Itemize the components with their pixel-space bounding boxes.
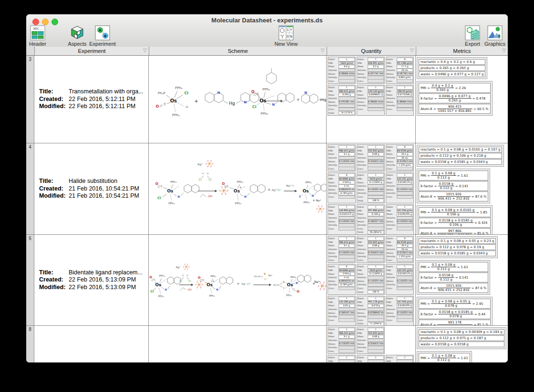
- yield-field[interactable]: 100 %: [368, 290, 384, 294]
- conc-field[interactable]: [368, 108, 384, 111]
- quantity-form[interactable]: Equiv:1MW:167.954 g/molMass:0.0185295 gV…: [386, 296, 414, 325]
- mass-label: Mass:: [358, 244, 368, 247]
- quantity-form[interactable]: Equiv:1MW:1016 g/molMass:0.112092 gVolum…: [357, 264, 385, 295]
- experiment-cell[interactable]: Title:Halide substitutionCreated:21 Feb …: [34, 143, 149, 234]
- conc-field[interactable]: [339, 349, 355, 353]
- conc-field[interactable]: [368, 258, 384, 262]
- metric-formula-line: Atom-E =1015.926906.415 + 252.832= 87.6 …: [419, 283, 488, 293]
- quantity-form[interactable]: Equiv:1MW:Mass:Volume:Moles:Density:Conc…: [328, 355, 356, 362]
- conc-field[interactable]: [397, 287, 413, 291]
- quantity-form[interactable]: Equiv:1MW:1016 g/molMass:0.112092 gVolum…: [357, 172, 385, 203]
- experiment-cell[interactable]: [34, 326, 149, 362]
- quantity-form[interactable]: Equiv:1MW:149.894 g/molMass:0.0165372 gV…: [328, 204, 356, 234]
- new-view-button[interactable]: 1 Y 0 N New View: [271, 25, 301, 47]
- filter-triangle-icon[interactable]: ▽: [502, 48, 506, 53]
- quantity-form[interactable]: Equiv:1MW:Mass:Volume:Moles:Density:Conc…: [357, 355, 385, 362]
- header-button[interactable]: abc... Header: [26, 25, 53, 47]
- conc-field[interactable]: [368, 349, 384, 353]
- quantity-form[interactable]: Equiv:1MW:906.415 g/molMass:0.265 gVolum…: [328, 85, 356, 116]
- quantity-form[interactable]: Equiv:0MW:46.0684 g/molMass:3.945 gVolum…: [328, 264, 356, 295]
- conc-field[interactable]: [397, 227, 413, 231]
- experiment-cell[interactable]: Title:Bidentate ligand replacem...Create…: [34, 235, 149, 325]
- svg-text:Ag⁺: Ag⁺: [272, 188, 277, 192]
- quantity-form[interactable]: Equiv:1MW:906.415 g/molMass:0.1 gVolume:…: [328, 327, 356, 354]
- quantity-form[interactable]: Equiv:1MW:456.891 g/molMass:0.2 gVolume:…: [357, 57, 385, 84]
- conc-field[interactable]: [339, 287, 355, 291]
- quantity-form[interactable]: Equiv:1MW:Mass:Volume:Moles:Density:Conc…: [386, 355, 414, 362]
- quantity-form[interactable]: Equiv:0MW:92.1384 g/molMass:17.3 gVolume…: [386, 57, 414, 84]
- filter-triangle-icon[interactable]: ▽: [321, 48, 325, 53]
- experiment-cell[interactable]: Title:Transmetallation with orga...Creat…: [34, 56, 149, 143]
- conc-field[interactable]: [397, 79, 413, 83]
- moles-label: Moles:: [329, 161, 339, 163]
- quantity-form[interactable]: Equiv:1MW:143.321 g/molMass:0.0158119 gV…: [386, 172, 414, 203]
- mw-field[interactable]: [368, 360, 384, 362]
- scheme-cell[interactable]: OsOCPPh₃ClPPh₃NAg⁺FFFFFFPHHClClOHFFFFFFP…: [149, 143, 327, 234]
- quantity-form[interactable]: Equiv:1MW:906.415 g/molMass:0.1 gVolume:…: [328, 236, 356, 263]
- row-number[interactable]: 3: [26, 56, 34, 143]
- column-header-quantity[interactable]: Quantity ▽: [327, 47, 416, 55]
- quantity-field: MW:143.321 g/mol: [387, 177, 413, 181]
- quantity-form[interactable]: Equiv:1MW:143.206 g/molMass:0.05 gVolume…: [328, 296, 356, 325]
- row-number[interactable]: 4: [26, 143, 34, 234]
- quantity-form[interactable]: Equiv:1MW:252.832 g/molMass:0.08 gVolume…: [357, 327, 385, 354]
- quantity-form[interactable]: Equiv:1MW:200.59 g/molMass:0.0770346 gVo…: [386, 85, 414, 116]
- halide-substitution-scheme[interactable]: OsOCPPh₃ClPPh₃NAg⁺FFFFFFPHHClClOHFFFFFFP…: [149, 143, 326, 234]
- quantity-field: Conc:: [329, 195, 355, 199]
- quantity-form[interactable]: Equiv:1MW:997.866 g/molMass:0.106 gVolum…: [357, 204, 385, 234]
- quantity-form[interactable]: Equiv:0MW:84.9326 g/molMass:26.5 gVolume…: [386, 236, 414, 263]
- quantity-form[interactable]: Equiv:0MW:46.0684 g/molMass:3.945 gVolum…: [328, 172, 356, 203]
- quantity-form[interactable]: Equiv:1MW:143.321 g/molMass:0.0158119 gV…: [386, 264, 414, 295]
- scheme-cell[interactable]: FFFFFFP: [149, 326, 327, 362]
- quantity-form[interactable]: Equiv:1MW:252.832 g/molMass:0.08 gVolume…: [357, 144, 385, 171]
- conc-field[interactable]: [339, 318, 355, 322]
- transmetallation-scheme[interactable]: OsPPh₃Ph₃PClHPPh₃CO+NHgNOCOsPPh₃ClPPh₃N+…: [149, 56, 326, 143]
- volume-label: Volume:: [329, 97, 339, 100]
- mw-field[interactable]: [397, 360, 413, 362]
- conc-field[interactable]: [397, 195, 413, 199]
- conc-field[interactable]: [339, 227, 355, 231]
- quantity-form[interactable]: Equiv:0MW:84.9326 g/molMass:26.5 gVolume…: [386, 144, 414, 171]
- quantity-form[interactable]: Equiv:1MW:252.832 g/molMass:0.08 gVolume…: [357, 236, 385, 263]
- quantity-field: Conc:: [387, 80, 413, 83]
- svg-text:Ph₃P: Ph₃P: [158, 91, 165, 95]
- column-header-experiment[interactable]: Experiment ▽: [35, 47, 149, 55]
- column-header-metrics[interactable]: Metrics ▽: [416, 47, 508, 55]
- conc-field[interactable]: [339, 167, 355, 171]
- filter-triangle-icon[interactable]: ▽: [410, 48, 414, 53]
- quantity-form[interactable]: Equiv:1MW:129.159 g/molMass:0.0498021 gV…: [357, 85, 385, 116]
- scheme-cell[interactable]: OsPPh₃Ph₃PClHPPh₃CO+NHgNOCOsPPh₃ClPPh₃N+…: [149, 56, 327, 143]
- conc-field[interactable]: [339, 195, 355, 199]
- column-header-scheme[interactable]: Scheme ▽: [149, 47, 327, 55]
- mw-field[interactable]: [339, 360, 355, 362]
- quantity-form[interactable]: Equiv:1MW:906.415 g/molMass:0.1 gVolume:…: [328, 144, 356, 171]
- conc-field[interactable]: [368, 167, 384, 171]
- partial-scheme[interactable]: FFFFFFP: [149, 342, 326, 362]
- conc-field[interactable]: [397, 167, 413, 171]
- svg-text:F: F: [197, 281, 198, 283]
- filter-triangle-icon[interactable]: ▽: [143, 48, 147, 53]
- conc-field[interactable]: [397, 318, 413, 322]
- scheme-cell[interactable]: OsOCPPh₃ClPPh₃NAg⁺FFFFFFPHHClClOHFFFFFFP…: [149, 235, 327, 325]
- conc-field[interactable]: [339, 79, 355, 83]
- yield-field[interactable]: 76.1278 %: [339, 111, 355, 115]
- quantity-form[interactable]: Equiv:1MW:1042 g/molMass:0.4 gVolume:Mol…: [328, 57, 356, 84]
- fraction-numerator: 0.1 g + 0.08 g: [431, 263, 456, 267]
- conc-field[interactable]: [339, 258, 355, 262]
- quantity-form[interactable]: Equiv:1MW:991.178 g/molMass:0.078 gVolum…: [357, 296, 385, 325]
- row-number[interactable]: 8: [26, 326, 34, 362]
- conc-field[interactable]: [397, 258, 413, 262]
- bidentate-ligand-scheme[interactable]: OsOCPPh₃ClPPh₃NAg⁺FFFFFFPHHClClOHFFFFFFP…: [149, 235, 326, 325]
- conc-field[interactable]: [368, 79, 384, 83]
- row-number[interactable]: 6: [26, 235, 34, 325]
- yield-field[interactable]: 96.2894 %: [368, 231, 384, 234]
- experiment-modified-label: Modified:: [39, 103, 69, 111]
- yield-field[interactable]: 100 %: [368, 199, 384, 202]
- graphics-button[interactable]: Graphics: [480, 25, 508, 47]
- svg-text:F: F: [318, 211, 319, 213]
- quantity-form[interactable]: Equiv:1MW:167.954 g/molMass:0.0185295 gV…: [386, 204, 414, 234]
- conc-field[interactable]: [397, 108, 413, 111]
- yield-field[interactable]: 71.3296 %: [368, 322, 384, 325]
- mw-label: MW:: [387, 241, 397, 243]
- experiment-button[interactable]: A c B Experiment: [87, 25, 118, 47]
